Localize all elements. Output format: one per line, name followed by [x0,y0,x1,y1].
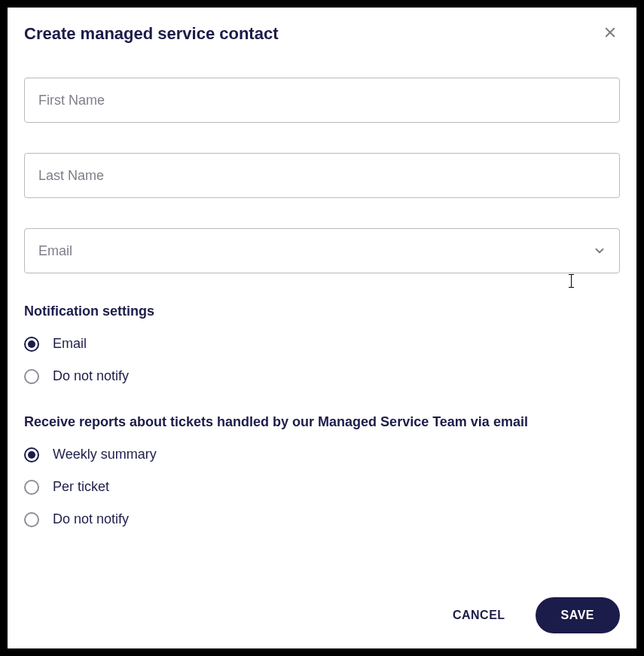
radio-label: Email [53,336,87,352]
radio-icon [24,337,39,352]
dialog-footer: CANCEL SAVE [24,582,620,633]
close-icon [603,26,617,41]
dialog-title: Create managed service contact [24,24,279,44]
dialog-header: Create managed service contact [24,23,620,44]
form-body: Notification settings Email Do not notif… [24,78,620,582]
first-name-input[interactable] [24,78,620,123]
radio-icon [24,480,39,495]
reports-radio-weekly[interactable]: Weekly summary [24,447,620,462]
last-name-input[interactable] [24,153,620,198]
radio-icon [24,512,39,527]
notification-radio-email[interactable]: Email [24,336,620,352]
email-field [24,228,620,273]
close-button[interactable] [600,23,620,44]
reports-section: Receive reports about tickets handled by… [24,414,620,527]
radio-label: Weekly summary [53,447,157,462]
reports-radio-do-not-notify[interactable]: Do not notify [24,511,620,527]
first-name-field [24,78,620,123]
reports-title: Receive reports about tickets handled by… [24,414,620,430]
notification-section: Notification settings Email Do not notif… [24,304,620,384]
email-input[interactable] [24,228,620,273]
radio-label: Per ticket [53,479,109,495]
notification-title: Notification settings [24,304,620,319]
cancel-button[interactable]: CANCEL [453,609,505,622]
reports-radio-per-ticket[interactable]: Per ticket [24,479,620,495]
radio-icon [24,369,39,384]
notification-radio-do-not-notify[interactable]: Do not notify [24,368,620,384]
radio-icon [24,447,39,462]
save-button[interactable]: SAVE [536,597,620,633]
radio-label: Do not notify [53,368,129,384]
last-name-field [24,153,620,198]
create-contact-dialog: Create managed service contact [8,8,636,648]
radio-label: Do not notify [53,511,129,527]
